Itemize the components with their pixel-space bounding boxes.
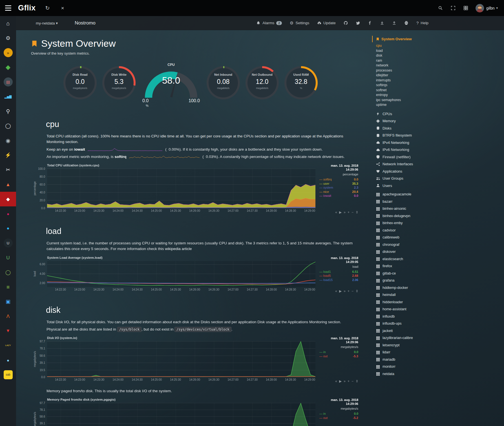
export-snapshot-button[interactable] xyxy=(392,21,396,25)
username-menu[interactable]: gilbn xyxy=(486,6,495,10)
play-button[interactable]: ▶ xyxy=(339,210,342,214)
chart-plot-area[interactable]: 100.080.060.040.020.00.0 xyxy=(47,169,315,208)
ring-icon[interactable]: ◯ xyxy=(0,119,16,133)
pan-forward-button[interactable]: » xyxy=(344,210,346,214)
toc-subitem[interactable]: ram xyxy=(376,58,437,63)
toc-category-item[interactable]: Applications xyxy=(376,168,437,175)
pan-backward-button[interactable]: « xyxy=(335,210,337,214)
apps-grid-icon[interactable] xyxy=(463,6,468,10)
toc-app-item[interactable]: mariadb xyxy=(376,356,437,363)
toc-subitem[interactable]: softnet xyxy=(376,88,437,93)
Used RAM[interactable]: Used RAM 32.8 % xyxy=(284,66,318,99)
green-u-icon[interactable]: U xyxy=(0,250,16,265)
legend-row[interactable]: — softirq 0.0 xyxy=(319,177,358,182)
resize-button[interactable]: ⇕ xyxy=(355,289,358,293)
zoom-out-button[interactable]: − xyxy=(352,289,353,293)
cpu-gauge[interactable]: CPU 58.0 0.0 100.0 % xyxy=(141,63,201,107)
toc-app-item[interactable]: jackett xyxy=(376,327,437,335)
toc-category-item[interactable]: Memory xyxy=(376,117,437,125)
toc-category-item[interactable]: Firewall (netfilter) xyxy=(376,153,437,161)
chart-plot-area[interactable]: 6.004.002.00 xyxy=(47,261,315,287)
search-icon[interactable] xyxy=(438,6,443,10)
toc-app-item[interactable]: gitlab-ce xyxy=(376,270,437,277)
alarms-button[interactable]: Alarms 2 xyxy=(256,21,282,25)
legend-row[interactable]: — load15 2.06 xyxy=(319,278,358,282)
toc-app-item[interactable]: bazarr xyxy=(376,198,437,206)
toc-subitem[interactable]: uptime xyxy=(376,102,437,108)
magnifier-icon[interactable]: ⚲ xyxy=(0,104,16,119)
drop-icon[interactable]: ● xyxy=(0,353,16,367)
legend-row[interactable]: — system 2.3 xyxy=(319,186,358,190)
toc-app-item[interactable]: elasticsearch xyxy=(376,256,437,263)
fullscreen-icon[interactable] xyxy=(451,6,456,10)
bolt-circle-icon[interactable]: ⚡ xyxy=(0,148,16,162)
github-button[interactable] xyxy=(344,21,348,25)
toc-category-item[interactable]: Users xyxy=(376,182,437,189)
toc-category-item[interactable]: User Groups xyxy=(376,175,437,182)
orange-disc-icon[interactable]: » xyxy=(0,45,16,60)
toc-app-item[interactable]: hiddenloader xyxy=(376,299,437,306)
zoom-in-button[interactable]: + xyxy=(348,210,350,214)
toc-subitem[interactable]: idlejitter xyxy=(376,73,437,78)
toc-category-item[interactable]: CPUs xyxy=(376,110,437,118)
gear-icon[interactable]: ⚙ xyxy=(0,31,16,45)
toc-app-item[interactable]: grafana xyxy=(376,277,437,284)
server-dropdown[interactable]: my-netdata ▾ xyxy=(36,21,58,25)
sab-icon[interactable]: sab xyxy=(0,367,16,382)
flame-icon[interactable]: ▲ xyxy=(0,177,16,192)
hostname[interactable]: Nostromo xyxy=(75,20,96,26)
zoom-in-button[interactable]: + xyxy=(348,289,350,293)
blue-drop-icon[interactable]: ● xyxy=(0,221,16,236)
Disk Write[interactable]: Disk Write 5.3 megabytes/s xyxy=(102,66,136,99)
toc-app-item[interactable]: influxdb xyxy=(376,313,437,320)
import-snapshot-button[interactable] xyxy=(380,21,384,25)
wikipedia-link[interactable]: wikipedia article xyxy=(165,247,192,251)
toc-subitem[interactable]: processes xyxy=(376,68,437,73)
green-ring-icon[interactable]: ◯ xyxy=(0,265,16,280)
toc-app-item[interactable]: lidarr xyxy=(376,349,437,356)
Disk Read[interactable]: Disk Read 0.0 megabytes/s xyxy=(63,66,97,99)
gitlab-fox-icon[interactable]: Λ xyxy=(0,309,16,324)
facebook-button[interactable] xyxy=(368,21,372,25)
toc-app-item[interactable]: binhex-emby xyxy=(376,220,437,227)
toc-app-item[interactable]: calibreweb xyxy=(376,234,437,241)
toc-subitem[interactable]: entropy xyxy=(376,93,437,98)
legend-row[interactable]: — in 0.0 xyxy=(319,350,358,354)
toc-category-item[interactable]: IPv4 Networking xyxy=(376,139,437,146)
update-button[interactable]: Update xyxy=(317,21,336,25)
close-tab-button[interactable]: × xyxy=(55,5,70,11)
toc-app-item[interactable]: hddtemp-docker xyxy=(376,284,437,292)
home-icon[interactable]: ⌂ xyxy=(0,16,16,31)
zoom-in-button[interactable]: + xyxy=(348,379,350,383)
shield-icon[interactable]: ◆ xyxy=(0,192,16,206)
resize-button[interactable]: ⇕ xyxy=(355,210,358,214)
target-icon[interactable]: ◉ xyxy=(0,133,16,148)
toc-app-item[interactable]: firefox xyxy=(376,263,437,270)
toc-subitem[interactable]: load xyxy=(376,48,437,53)
ubiquiti-icon[interactable]: U xyxy=(0,236,16,250)
toc-category-item[interactable]: Network Interfaces xyxy=(376,160,437,168)
legend-row[interactable]: — nice 20.4 xyxy=(319,190,358,194)
toc-category-item[interactable]: IPv6 Networking xyxy=(376,146,437,153)
toc-subitem[interactable]: ipc semaphores xyxy=(376,98,437,103)
print-button[interactable] xyxy=(404,21,408,25)
legend-row[interactable]: — in 0.0 xyxy=(319,412,358,416)
toc-app-item[interactable]: binhex-delugevpn xyxy=(376,213,437,220)
pan-forward-button[interactable]: » xyxy=(344,289,346,293)
book-stack-icon[interactable]: ▤ xyxy=(0,75,16,89)
chart-plot-area[interactable]: 97.778.158.639.119.50.0 xyxy=(47,341,315,377)
toc-subitem[interactable]: cpu xyxy=(376,43,437,48)
bars-icon[interactable]: ≡ xyxy=(0,280,16,294)
pan-backward-button[interactable]: « xyxy=(335,379,337,383)
toc-app-item[interactable]: netdata xyxy=(376,371,437,378)
Net Inbound[interactable]: Net Inbound 0.08 megabits/s xyxy=(207,66,240,99)
legend-row[interactable]: — iowait 0.0 xyxy=(319,194,358,198)
toc-app-item[interactable]: apacheguacamole xyxy=(376,191,437,198)
help-button[interactable]: ? Help xyxy=(416,21,428,25)
toc-app-item[interactable]: chronograf xyxy=(376,241,437,249)
pan-forward-button[interactable]: » xyxy=(344,379,346,383)
toc-app-item[interactable]: influxdb-ups xyxy=(376,320,437,327)
toc-category-item[interactable]: Disks xyxy=(376,125,437,132)
legend-row[interactable]: — load1 6.51 xyxy=(319,270,358,274)
toc-app-item[interactable]: heimdall xyxy=(376,291,437,299)
